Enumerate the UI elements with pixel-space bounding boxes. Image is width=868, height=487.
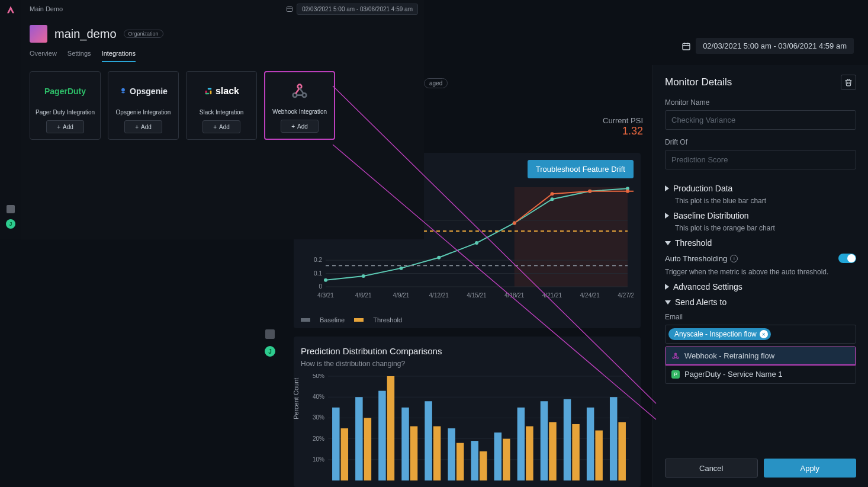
docs-icon[interactable] xyxy=(7,205,15,213)
tab-overview[interactable]: Overview xyxy=(30,50,57,62)
baseline-dist-toggle[interactable]: Baseline Distribution xyxy=(665,211,856,220)
add-integration-button[interactable]: +Add xyxy=(124,120,162,133)
pagerduty-logo-icon: PagerDuty xyxy=(44,78,86,104)
opsgenie-logo-icon: Opsgenie xyxy=(119,78,168,104)
delete-monitor-button[interactable] xyxy=(841,75,856,90)
integration-card-name: Webhook Integration xyxy=(272,108,327,115)
monitor-details-title: Monitor Details xyxy=(665,76,732,88)
troubleshoot-drift-button[interactable]: Troubleshoot Feature Drift xyxy=(528,160,634,178)
svg-text:4/6/21: 4/6/21 xyxy=(355,292,372,299)
cancel-button[interactable]: Cancel xyxy=(665,459,758,478)
organization-badge: Organization xyxy=(124,30,163,38)
email-label: Email xyxy=(665,313,856,321)
avatar[interactable]: J xyxy=(6,219,15,229)
info-icon[interactable]: i xyxy=(730,255,738,262)
svg-rect-84 xyxy=(210,90,212,94)
svg-point-34 xyxy=(626,190,629,193)
email-tag-input[interactable]: Anyscale - Inspection flow × xyxy=(665,325,856,344)
chip-remove-button[interactable]: × xyxy=(760,330,768,338)
svg-rect-51 xyxy=(364,418,372,480)
svg-text:20%: 20% xyxy=(313,435,324,442)
svg-point-88 xyxy=(298,84,302,88)
svg-rect-56 xyxy=(425,401,432,480)
integration-card-name: Slack Integration xyxy=(200,109,244,116)
distribution-panel: Prediction Distribution Comparisons How … xyxy=(294,337,641,487)
integration-card-slack: slack Slack Integration +Add xyxy=(186,71,257,140)
tab-settings[interactable]: Settings xyxy=(67,50,91,62)
svg-point-26 xyxy=(475,241,478,245)
auto-threshold-toggle[interactable] xyxy=(838,254,856,263)
legend-threshold-swatch xyxy=(354,318,364,322)
add-integration-button[interactable]: +Add xyxy=(202,120,240,133)
auto-threshold-label: Auto Thresholding xyxy=(665,254,727,263)
svg-text:0: 0 xyxy=(319,283,322,290)
docs-icon[interactable] xyxy=(265,329,275,339)
auto-threshold-desc: Trigger when the metric is above the aut… xyxy=(665,268,856,276)
avatar[interactable]: J xyxy=(265,346,275,357)
distribution-subtitle: How is the distribution changing? xyxy=(301,360,634,368)
svg-point-24 xyxy=(400,267,403,270)
apply-button[interactable]: Apply xyxy=(764,459,857,478)
send-alerts-toggle[interactable]: Send Alerts to xyxy=(665,297,856,307)
pagerduty-icon: P xyxy=(671,370,680,379)
integration-card-pagerduty: PagerDuty Pager Duty Integration +Add xyxy=(30,71,101,140)
svg-rect-71 xyxy=(595,431,603,480)
managed-badge: aged xyxy=(424,78,448,88)
svg-rect-83 xyxy=(208,88,212,89)
date-range-picker[interactable]: 02/03/2021 5:00 am - 03/06/2021 4:59 am xyxy=(696,38,854,54)
integration-card-name: Pager Duty Integration xyxy=(36,109,95,116)
monitor-name-label: Monitor Name xyxy=(665,98,856,107)
chevron-right-icon xyxy=(665,284,669,290)
svg-rect-58 xyxy=(448,428,455,480)
svg-rect-54 xyxy=(401,408,409,480)
svg-rect-65 xyxy=(526,426,533,480)
alert-destination-dropdown: Webhook - Retraining flow P PagerDuty - … xyxy=(665,346,856,384)
svg-text:0.1: 0.1 xyxy=(314,270,322,277)
svg-point-81 xyxy=(121,88,125,91)
date-range-picker[interactable]: 02/03/2021 5:00 am - 03/06/2021 4:59 am xyxy=(297,4,418,15)
svg-rect-66 xyxy=(541,401,548,480)
email-chip: Anyscale - Inspection flow × xyxy=(668,328,771,340)
svg-rect-55 xyxy=(410,426,418,480)
webhook-icon xyxy=(671,352,680,360)
svg-text:30%: 30% xyxy=(313,414,324,421)
svg-point-33 xyxy=(588,190,591,193)
production-data-toggle[interactable]: Production Data xyxy=(665,184,856,193)
svg-point-25 xyxy=(437,256,441,259)
calendar-icon xyxy=(286,5,293,12)
svg-rect-73 xyxy=(618,422,626,480)
svg-rect-53 xyxy=(387,376,395,480)
legend-threshold-label: Threshold xyxy=(373,316,402,323)
current-psi-value: 1.32 xyxy=(603,125,643,137)
svg-rect-60 xyxy=(471,441,478,480)
threshold-toggle[interactable]: Threshold xyxy=(665,238,856,248)
svg-point-31 xyxy=(513,221,516,225)
dropdown-item-webhook[interactable]: Webhook - Retraining flow xyxy=(666,347,856,365)
svg-rect-61 xyxy=(480,451,487,480)
breadcrumb[interactable]: Main Demo xyxy=(27,5,63,12)
svg-text:4/3/21: 4/3/21 xyxy=(317,292,334,299)
add-integration-button[interactable]: +Add xyxy=(281,120,319,133)
svg-rect-85 xyxy=(205,92,210,94)
svg-point-32 xyxy=(551,192,554,196)
svg-rect-48 xyxy=(332,408,340,480)
tab-integrations[interactable]: Integrations xyxy=(102,50,136,62)
dist-y-axis-label: Percent Count xyxy=(294,378,300,419)
svg-text:40%: 40% xyxy=(313,393,324,400)
app-logo-icon[interactable] xyxy=(5,5,16,15)
dropdown-item-pagerduty[interactable]: P PagerDuty - Service Name 1 xyxy=(666,365,856,383)
svg-rect-59 xyxy=(456,443,464,480)
chevron-down-icon xyxy=(665,300,671,305)
integration-card-opsgenie: Opsgenie Opsgenie Integration +Add xyxy=(108,71,179,140)
svg-text:10%: 10% xyxy=(313,456,324,463)
webhook-logo-icon xyxy=(290,78,309,104)
legend-baseline-label: Baseline xyxy=(320,316,345,323)
svg-rect-79 xyxy=(287,7,292,12)
monitor-name-input[interactable] xyxy=(665,110,856,130)
svg-rect-68 xyxy=(564,399,571,480)
add-integration-button[interactable]: +Add xyxy=(46,120,84,133)
advanced-settings-toggle[interactable]: Advanced Settings xyxy=(665,282,856,291)
calendar-icon xyxy=(681,41,691,51)
svg-rect-4 xyxy=(515,187,628,287)
drift-of-input[interactable] xyxy=(665,150,856,169)
